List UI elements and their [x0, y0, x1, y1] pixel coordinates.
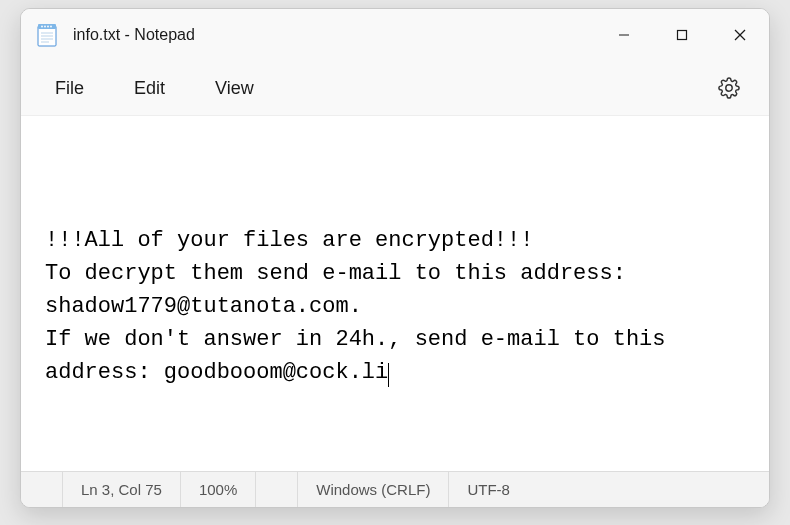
svg-rect-11: [678, 31, 687, 40]
close-button[interactable]: [711, 9, 769, 61]
svg-point-2: [41, 26, 43, 28]
svg-point-5: [50, 26, 52, 28]
text-editor[interactable]: !!!All of your files are encrypted!!! To…: [21, 115, 769, 471]
text-caret: [388, 363, 389, 387]
menu-edit[interactable]: Edit: [112, 70, 187, 107]
status-zoom[interactable]: 100%: [181, 472, 256, 507]
svg-point-4: [47, 26, 49, 28]
svg-point-3: [44, 26, 46, 28]
minimize-button[interactable]: [595, 9, 653, 61]
svg-rect-1: [38, 24, 56, 29]
status-encoding: UTF-8: [449, 472, 769, 507]
window-controls: [595, 9, 769, 61]
status-line-ending: Windows (CRLF): [298, 472, 449, 507]
settings-button[interactable]: [707, 66, 751, 110]
editor-content: !!!All of your files are encrypted!!! To…: [45, 228, 679, 385]
notepad-window: info.txt - Notepad File Edit View !!!All…: [20, 8, 770, 508]
notepad-icon: [37, 23, 57, 47]
status-position: Ln 3, Col 75: [63, 472, 181, 507]
titlebar: info.txt - Notepad: [21, 9, 769, 61]
gear-icon: [718, 77, 740, 99]
window-title: info.txt - Notepad: [73, 26, 595, 44]
menubar: File Edit View: [21, 61, 769, 115]
menu-view[interactable]: View: [193, 70, 276, 107]
statusbar: Ln 3, Col 75 100% Windows (CRLF) UTF-8: [21, 471, 769, 507]
menu-file[interactable]: File: [33, 70, 106, 107]
maximize-button[interactable]: [653, 9, 711, 61]
